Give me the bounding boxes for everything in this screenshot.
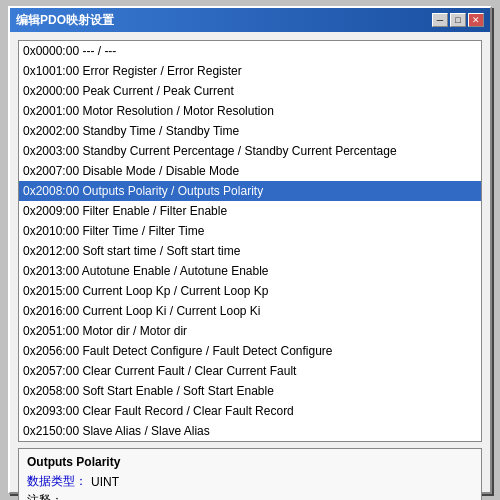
list-item[interactable]: 0x2150:00 Slave Alias / Slave Alias <box>19 421 481 441</box>
data-type-row: 数据类型： UINT <box>27 473 473 490</box>
list-item[interactable]: 0x2003:00 Standby Current Percentage / S… <box>19 141 481 161</box>
list-item[interactable]: 0x2051:00 Motor dir / Motor dir <box>19 321 481 341</box>
detail-panel: Outputs Polarity 数据类型： UINT 注释： <box>18 448 482 500</box>
list-item[interactable]: 0x2015:00 Current Loop Kp / Current Loop… <box>19 281 481 301</box>
list-item[interactable]: 0x2056:00 Fault Detect Configure / Fault… <box>19 341 481 361</box>
notes-row: 注释： <box>27 492 473 500</box>
minimize-button[interactable]: ─ <box>432 13 448 27</box>
content-area: 0x0000:00 --- / ---0x1001:00 Error Regis… <box>10 32 490 500</box>
list-item[interactable]: 0x2013:00 Autotune Enable / Autotune Ena… <box>19 261 481 281</box>
list-item[interactable]: 0x1001:00 Error Register / Error Registe… <box>19 61 481 81</box>
list-item[interactable]: 0x2057:00 Clear Current Fault / Clear Cu… <box>19 361 481 381</box>
list-item[interactable]: 0x2058:00 Soft Start Enable / Soft Start… <box>19 381 481 401</box>
list-item[interactable]: 0x2093:00 Clear Fault Record / Clear Fau… <box>19 401 481 421</box>
list-item[interactable]: 0x2008:00 Outputs Polarity / Outputs Pol… <box>19 181 481 201</box>
close-button[interactable]: ✕ <box>468 13 484 27</box>
list-item[interactable]: 0x2002:00 Standby Time / Standby Time <box>19 121 481 141</box>
window-title: 编辑PDO映射设置 <box>16 12 114 29</box>
list-item[interactable]: 0x2010:00 Filter Time / Filter Time <box>19 221 481 241</box>
title-bar: 编辑PDO映射设置 ─ □ ✕ <box>10 8 490 32</box>
list-item[interactable]: 0x0000:00 --- / --- <box>19 41 481 61</box>
list-item[interactable]: 0x2009:00 Filter Enable / Filter Enable <box>19 201 481 221</box>
data-type-label: 数据类型： <box>27 473 87 490</box>
pdo-list-container: 0x0000:00 --- / ---0x1001:00 Error Regis… <box>18 40 482 442</box>
title-bar-buttons: ─ □ ✕ <box>432 13 484 27</box>
list-item[interactable]: 0x2012:00 Soft start time / Soft start t… <box>19 241 481 261</box>
maximize-button[interactable]: □ <box>450 13 466 27</box>
list-item[interactable]: 0x2016:00 Current Loop Ki / Current Loop… <box>19 301 481 321</box>
detail-title: Outputs Polarity <box>27 455 473 469</box>
list-item[interactable]: 0x2007:00 Disable Mode / Disable Mode <box>19 161 481 181</box>
list-item[interactable]: 0x2001:00 Motor Resolution / Motor Resol… <box>19 101 481 121</box>
list-item[interactable]: 0x2000:00 Peak Current / Peak Current <box>19 81 481 101</box>
main-window: 编辑PDO映射设置 ─ □ ✕ 0x0000:00 --- / ---0x100… <box>8 6 492 494</box>
data-type-value: UINT <box>91 475 119 489</box>
pdo-list-scroll[interactable]: 0x0000:00 --- / ---0x1001:00 Error Regis… <box>19 41 481 441</box>
notes-label: 注释： <box>27 492 63 500</box>
